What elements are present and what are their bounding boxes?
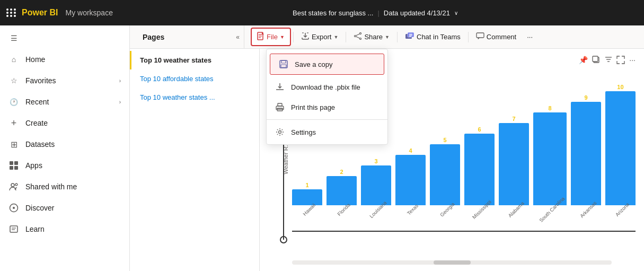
bar-group: 8South Carolina — [533, 105, 567, 232]
file-button-label: File — [267, 33, 278, 41]
bar-group: 1Hawaii — [292, 182, 322, 232]
bar-rank-label: 9 — [584, 94, 587, 101]
bar-group: 2Florida — [327, 169, 357, 232]
y-axis-line — [283, 130, 284, 240]
toolbar-divider — [293, 32, 294, 42]
chart-scrollbar-thumb[interactable] — [434, 260, 471, 265]
sidebar-item-label: Shared with me — [25, 182, 121, 191]
dropdown-item-settings[interactable]: Settings — [267, 122, 387, 142]
comment-button-label: Comment — [487, 33, 516, 41]
svg-line-23 — [356, 37, 360, 38]
sidebar-item-datasets[interactable]: ⊞ Datasets — [0, 134, 129, 155]
bar-group: 5Georgia — [430, 137, 460, 232]
svg-point-42 — [279, 131, 281, 134]
page-item-top10weather[interactable]: Top 10 weather states — [130, 51, 259, 69]
create-icon: + — [8, 118, 19, 128]
chevron-right-icon: › — [119, 99, 121, 105]
app-launcher-icon[interactable] — [6, 8, 16, 17]
bar — [430, 144, 460, 205]
pages-panel: Pages « — [138, 25, 244, 48]
more-icon: ··· — [527, 33, 533, 41]
sidebar-item-label: Favorites — [25, 76, 113, 85]
sidebar-item-shared[interactable]: Shared with me — [0, 176, 129, 197]
dropdown-item-print[interactable]: Print this page — [267, 97, 387, 117]
sidebar-hamburger[interactable]: ☰ — [0, 28, 129, 49]
bar-group: 3Louisiana — [361, 158, 391, 232]
report-header-title: Best states for sunglass ... — [293, 9, 373, 17]
bar-rank-label: 5 — [444, 137, 447, 143]
duplicate-icon[interactable] — [592, 56, 601, 66]
sidebar-item-create[interactable]: + Create — [0, 112, 129, 134]
toolbar: Pages « File ▼ — [130, 25, 644, 49]
bar — [533, 112, 567, 205]
svg-point-5 — [15, 183, 17, 186]
svg-line-22 — [356, 34, 360, 36]
filter-icon[interactable] — [605, 56, 612, 66]
page-item-top10affordable[interactable]: Top 10 affordable states — [130, 69, 259, 88]
main-content: Pages « File ▼ — [130, 25, 644, 271]
sidebar-item-home[interactable]: ⌂ Home — [0, 49, 129, 70]
sidebar-item-recent[interactable]: 🕐 Recent › — [0, 91, 129, 112]
svg-rect-1 — [14, 161, 18, 165]
bar-rank-label: 10 — [617, 84, 623, 90]
chat-teams-button[interactable]: Chat in Teams — [400, 29, 466, 46]
bar — [605, 91, 636, 205]
comment-button[interactable]: Comment — [471, 29, 522, 45]
export-button[interactable]: Export ▼ — [296, 29, 344, 45]
pin-icon[interactable]: 📌 — [579, 56, 588, 66]
chevron-right-icon: › — [119, 78, 121, 84]
bar-rank-label: 7 — [513, 116, 516, 122]
svg-point-20 — [360, 38, 361, 40]
favorites-icon: ☆ — [8, 75, 19, 86]
sidebar-item-apps[interactable]: Apps — [0, 155, 129, 176]
svg-rect-2 — [10, 166, 13, 170]
main-layout: ☰ ⌂ Home ☆ Favorites › 🕐 Recent › + Crea… — [0, 25, 644, 271]
file-button[interactable]: File ▼ — [251, 28, 291, 46]
sidebar-item-discover[interactable]: Discover — [0, 197, 129, 218]
chat-teams-button-label: Chat in Teams — [417, 33, 461, 41]
dropdown-item-download[interactable]: Download the .pbix file — [267, 77, 387, 97]
share-button[interactable]: Share ▼ — [348, 29, 395, 45]
shared-icon — [8, 181, 19, 192]
sidebar-item-learn[interactable]: Learn — [0, 218, 129, 240]
file-dropdown: Save a copy Download the .pbix file Prin… — [266, 49, 388, 145]
bar-group: 10Arizona — [605, 84, 636, 232]
pages-collapse-button[interactable]: « — [236, 33, 240, 41]
chart-scrollbar[interactable] — [292, 260, 612, 265]
data-updated-chevron[interactable]: ∨ — [454, 10, 458, 16]
sidebar-item-favorites[interactable]: ☆ Favorites › — [0, 70, 129, 91]
svg-rect-37 — [281, 65, 286, 67]
svg-rect-3 — [14, 166, 18, 170]
dropdown-item-label: Save a copy — [295, 60, 333, 68]
bar-rank-label: 2 — [340, 169, 343, 175]
more-options-button[interactable]: ··· — [523, 30, 537, 44]
page-item-top10weather2[interactable]: Top 10 weather states ... — [130, 88, 259, 107]
dropdown-item-label: Print this page — [291, 103, 335, 111]
dropdown-item-save-copy[interactable]: Save a copy — [270, 54, 384, 75]
svg-point-21 — [355, 36, 356, 37]
report-action-icons: 📌 ··· — [579, 56, 636, 66]
pages-list: Top 10 weather states Top 10 affordable … — [130, 49, 260, 271]
share-button-label: Share — [364, 33, 383, 41]
svg-rect-29 — [477, 33, 484, 38]
bar — [571, 102, 601, 205]
svg-rect-0 — [10, 161, 13, 165]
more-visual-icon[interactable]: ··· — [629, 56, 636, 66]
workspace-name[interactable]: My workspace — [65, 8, 112, 17]
expand-icon[interactable] — [616, 56, 625, 66]
bar-rank-label: 1 — [305, 182, 308, 188]
svg-rect-41 — [278, 103, 282, 106]
sidebar-item-label: Create — [25, 119, 121, 127]
export-icon — [301, 32, 310, 41]
file-icon — [257, 32, 264, 42]
svg-point-19 — [360, 33, 361, 34]
bar-state-label: Texas — [406, 203, 419, 216]
bar-group: 9Arkansas — [571, 94, 601, 232]
hamburger-icon: ☰ — [8, 33, 19, 43]
bar-rank-label: 4 — [409, 147, 412, 154]
share-chevron-icon: ▼ — [385, 34, 390, 40]
export-button-label: Export — [312, 33, 332, 41]
settings-icon — [275, 127, 285, 137]
sidebar-item-label: Recent — [25, 98, 113, 106]
dropdown-item-label: Download the .pbix file — [291, 83, 360, 91]
